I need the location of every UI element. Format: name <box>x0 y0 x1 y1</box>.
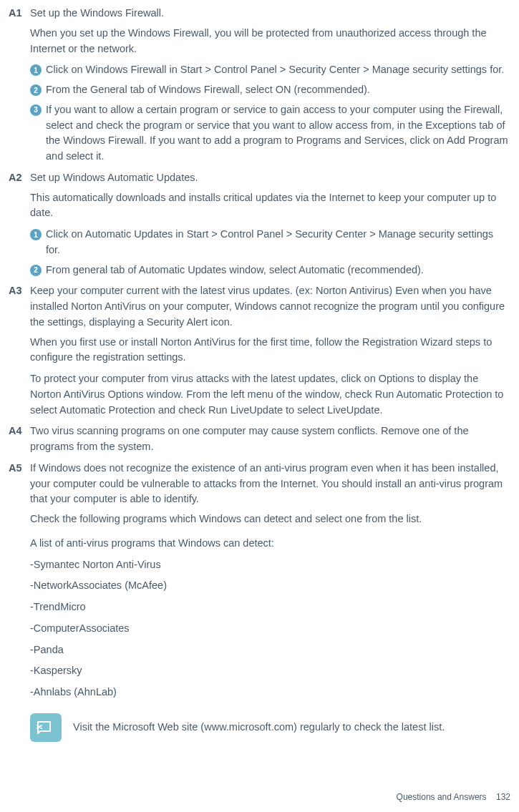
note-text: Visit the Microsoft Web site (www.micros… <box>73 720 510 735</box>
answer-block: A1Set up the Windows Firewall.When you s… <box>9 6 510 165</box>
answer-head: A3Keep your computer current with the la… <box>9 283 510 330</box>
answer-paragraph: When you set up the Windows Firewall, yo… <box>30 26 510 57</box>
answer-paragraph: When you first use or install Norton Ant… <box>30 335 510 366</box>
answer-block: A5If Windows does not recognize the exis… <box>9 461 510 527</box>
answer-paragraph: This automatically downloads and install… <box>30 190 510 222</box>
answer-title: Keep your computer current with the late… <box>30 283 510 330</box>
answer-head: A5If Windows does not recognize the exis… <box>9 461 510 507</box>
antivirus-list-item: -Ahnlabs (AhnLab) <box>30 685 510 700</box>
answer-paragraph: Check the following programs which Windo… <box>30 512 510 527</box>
answer-title: If Windows does not recognize the existe… <box>30 461 510 507</box>
page-footer: Questions and Answers 132 <box>397 791 510 803</box>
step-item: 3If you want to allow a certain program … <box>30 102 510 165</box>
step-text: Click on Automatic Updates in Start > Co… <box>46 227 510 258</box>
answer-paragraph: To protect your computer from virus atta… <box>30 371 510 418</box>
answer-label: A2 <box>9 170 30 186</box>
antivirus-list-item: -Panda <box>30 642 510 658</box>
step-number-icon: 2 <box>30 265 42 276</box>
antivirus-list-item: -ComputerAssociates <box>30 621 510 637</box>
answer-head: A2Set up Windows Automatic Updates. <box>9 170 510 186</box>
antivirus-list-item: -NetworkAssociates (McAfee) <box>30 578 510 594</box>
antivirus-list-item: -TrendMicro <box>30 600 510 615</box>
answer-head: A1Set up the Windows Firewall. <box>9 6 510 21</box>
step-text: From the General tab of Windows Firewall… <box>46 82 510 98</box>
step-number-icon: 3 <box>30 104 42 116</box>
answer-title: Set up the Windows Firewall. <box>30 6 510 21</box>
step-number-icon: 1 <box>30 229 42 240</box>
answer-label: A5 <box>9 461 30 476</box>
step-text: If you want to allow a certain program o… <box>46 102 510 165</box>
footer-page-number: 132 <box>496 792 510 802</box>
answer-title: Set up Windows Automatic Updates. <box>30 170 510 186</box>
answer-block: A2Set up Windows Automatic Updates.This … <box>9 170 510 278</box>
note-icon <box>30 713 62 742</box>
answer-block: A3Keep your computer current with the la… <box>9 283 510 418</box>
step-number-icon: 2 <box>30 84 42 96</box>
answer-title: Two virus scanning programs on one compu… <box>30 424 510 455</box>
av-list-intro: A list of anti-virus programs that Windo… <box>30 536 510 552</box>
answer-block: A4Two virus scanning programs on one com… <box>9 424 510 455</box>
note-row: Visit the Microsoft Web site (www.micros… <box>30 713 510 742</box>
step-item: 2From general tab of Automatic Updates w… <box>30 263 510 278</box>
answer-label: A3 <box>9 283 30 299</box>
answer-label: A4 <box>9 424 30 439</box>
antivirus-list-item: -Kaspersky <box>30 663 510 679</box>
antivirus-list-item: -Symantec Norton Anti-Virus <box>30 557 510 573</box>
answer-head: A4Two virus scanning programs on one com… <box>9 424 510 455</box>
footer-section: Questions and Answers <box>397 792 487 802</box>
step-item: 1Click on Windows Firewall in Start > Co… <box>30 62 510 78</box>
step-text: Click on Windows Firewall in Start > Con… <box>46 62 510 78</box>
step-item: 1Click on Automatic Updates in Start > C… <box>30 227 510 258</box>
answer-label: A1 <box>9 6 30 21</box>
step-text: From general tab of Automatic Updates wi… <box>46 263 510 278</box>
step-item: 2From the General tab of Windows Firewal… <box>30 82 510 98</box>
step-number-icon: 1 <box>30 64 42 76</box>
